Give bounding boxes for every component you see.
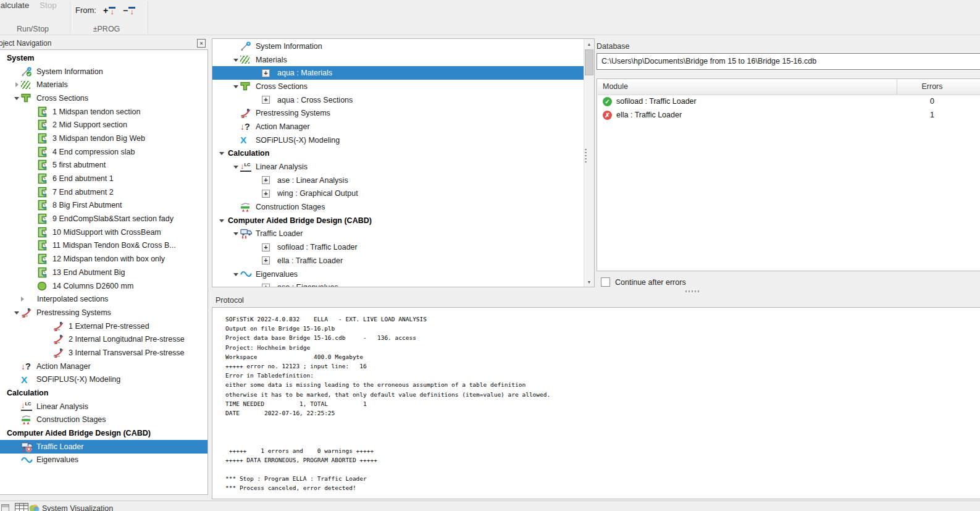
add-prog-button[interactable]: + ↓ <box>102 2 117 19</box>
project-navigation-tree: SystemSystem InformationMaterialsCross S… <box>0 51 207 467</box>
tree-item[interactable]: Construction Stages <box>212 200 584 214</box>
tree-item[interactable]: 7 End abutment 2 <box>0 185 207 199</box>
tree-item[interactable]: Materials <box>212 53 584 67</box>
expander-open-icon[interactable] <box>232 270 240 279</box>
module-row[interactable]: ✓sofiload : Traffic Loader0 <box>598 95 980 108</box>
eigenvalues-icon <box>21 457 35 463</box>
tree-item[interactable]: 2 Mid Support section <box>0 118 207 132</box>
tree-item-label: 8 Big First Abutment <box>52 201 122 209</box>
tree-item[interactable]: 12 Midspan tendon with box only <box>0 252 207 266</box>
tree-item[interactable]: 1 External Pre-stressed <box>0 319 207 333</box>
linear-analysis-icon: ↓LC <box>240 163 254 172</box>
panel-splitter-grip[interactable] <box>585 149 587 163</box>
construction-stages-icon <box>21 415 35 424</box>
scroll-down-button[interactable]: ▼ <box>584 277 594 287</box>
tree-item[interactable]: System Information <box>0 65 207 78</box>
scroll-up-button[interactable]: ▲ <box>584 39 594 49</box>
tree-item[interactable]: 2 Internal Longitudnal Pre-stresse <box>0 332 207 346</box>
tree-item[interactable]: +wing : Graphical Output <box>212 187 584 201</box>
tree-item[interactable]: ↓?Action Manager <box>212 120 584 133</box>
tree-item-label: aqua : Cross Sections <box>277 96 353 104</box>
tree-item[interactable]: Calculation <box>212 147 584 161</box>
tree-item[interactable]: Traffic Loader <box>212 227 584 241</box>
tree-item[interactable]: 6 End abutment 1 <box>0 172 207 185</box>
expander-open-icon[interactable] <box>12 94 21 103</box>
tree-item[interactable]: Computer Aided Bridge Design (CABD) <box>0 426 207 440</box>
expander-open-icon[interactable] <box>232 229 240 238</box>
tree-item[interactable]: 11 Midspan Tendon Box& Cross B... <box>0 239 207 253</box>
tree-item[interactable]: Prestressing Systems <box>0 306 207 319</box>
tree-item[interactable]: +aqua : Materials <box>212 66 584 80</box>
tree-item[interactable]: 8 Big First Abutment <box>0 199 207 213</box>
minus-icon: − <box>123 6 128 15</box>
panel-splitter-grip[interactable] <box>685 290 700 292</box>
expander-open-icon[interactable] <box>232 82 240 91</box>
expander-open-icon[interactable] <box>217 149 226 158</box>
tree-item[interactable]: Cross Sections <box>0 91 207 105</box>
tree-item[interactable]: Calculation <box>0 386 207 400</box>
tree-item[interactable]: Construction Stages <box>0 413 207 427</box>
tree-item[interactable]: Materials <box>0 78 207 91</box>
prestress-icon <box>240 108 254 118</box>
calculate-button[interactable]: Calculate <box>0 1 29 10</box>
continue-after-errors-checkbox[interactable] <box>601 277 610 287</box>
expander-closed-icon[interactable] <box>18 297 27 302</box>
tree-item[interactable]: Eigenvalues <box>0 454 207 467</box>
tree-item[interactable]: 14 Columns D2600 mm <box>0 279 207 293</box>
close-icon[interactable]: ✕ <box>197 39 206 48</box>
tab-system-visualization[interactable]: System Visualization <box>42 504 113 511</box>
tree-item-label: 12 Midspan tendon with box only <box>52 255 165 263</box>
tree-item[interactable]: System Information <box>212 40 584 53</box>
tree-item[interactable]: 1 Midspan tendon section <box>0 105 207 119</box>
expander-closed-icon[interactable] <box>12 82 21 87</box>
tree-item[interactable]: +aqua : Cross Sections <box>212 93 584 107</box>
tree-item[interactable]: System <box>0 51 207 65</box>
tree-item[interactable]: 13 End Abutment Big <box>0 266 207 279</box>
tree-item[interactable]: ↓?Action Manager <box>0 360 207 373</box>
tree-item[interactable]: +sofiload : Traffic Loader <box>212 240 584 254</box>
tree-item[interactable]: 3 Midspan tendon Big Web <box>0 132 207 145</box>
tree-item[interactable]: +ella : Traffic Loader <box>212 254 584 268</box>
tree-item[interactable]: ↓LCLinear Analysis <box>0 400 207 413</box>
tree-item[interactable]: XSOFiPLUS(-X) Modeling <box>212 133 584 147</box>
tree-item[interactable]: 5 first abutment <box>0 159 207 172</box>
tree-item[interactable]: XSOFiPLUS(-X) Modeling <box>0 373 207 387</box>
module-row[interactable]: ✗ella : Traffic Loader1 <box>598 108 980 122</box>
stop-button[interactable]: Stop <box>40 1 57 10</box>
tree-item-label: Action Manager <box>256 122 310 131</box>
tree-item[interactable]: Computer Aided Bridge Design (CABD) <box>212 214 584 227</box>
module-errors-count: 0 <box>897 97 968 106</box>
expander-open-icon[interactable] <box>12 308 21 317</box>
tree-item-label: aqua : Materials <box>277 69 332 77</box>
remove-prog-button[interactable]: − ↓ <box>122 2 136 19</box>
module-errors-count: 1 <box>897 111 968 119</box>
console-line: DATE 2022-07-16, 22:25:25 <box>225 410 980 419</box>
tree-item[interactable]: Traffic Loader <box>0 440 207 454</box>
window-icon[interactable] <box>1 504 9 511</box>
tree-item-label: Prestressing Systems <box>36 308 111 317</box>
scrollbar-thumb[interactable] <box>585 49 593 75</box>
expander-open-icon[interactable] <box>232 163 240 171</box>
protocol-console[interactable]: SOFiSTiK 2022-4.0.832 ELLA - EXT. LIVE L… <box>212 307 980 499</box>
tree-item[interactable]: ↓LCLinear Analysis <box>212 160 584 174</box>
tree-item[interactable]: Interpolated sections <box>0 292 207 306</box>
tree-item[interactable]: 4 End compression slab <box>0 145 207 159</box>
console-line: +++++ error no. 12123 ; input line: 16 <box>225 363 980 372</box>
section-icon <box>37 200 51 211</box>
database-path-field[interactable]: C:\Users\hp\Documents\Bridge from 15 to … <box>597 53 980 70</box>
tree-item[interactable]: 9 EndCompSlab&Start section fady <box>0 212 207 226</box>
tree-item[interactable]: Cross Sections <box>212 80 584 93</box>
tree-item[interactable]: +ase : Eigenvalues <box>212 281 584 287</box>
expander-open-icon[interactable] <box>232 56 240 64</box>
section-icon <box>37 253 51 264</box>
vertical-scrollbar[interactable]: ▲ ▼ <box>584 39 594 287</box>
tree-item[interactable]: Eigenvalues <box>212 268 584 281</box>
tree-item-label: Calculation <box>7 389 48 397</box>
tree-item[interactable]: +ase : Linear Analysis <box>212 174 584 187</box>
tree-item[interactable]: 3 Internal Transversal Pre-stresse <box>0 346 207 360</box>
tree-item[interactable]: Prestressing Systems <box>212 106 584 120</box>
tree-item-label: 5 first abutment <box>52 161 106 169</box>
table-grid-icon[interactable] <box>15 503 28 511</box>
expander-open-icon[interactable] <box>217 216 226 225</box>
tree-item[interactable]: 10 MidSupport with CrossBeam <box>0 226 207 239</box>
